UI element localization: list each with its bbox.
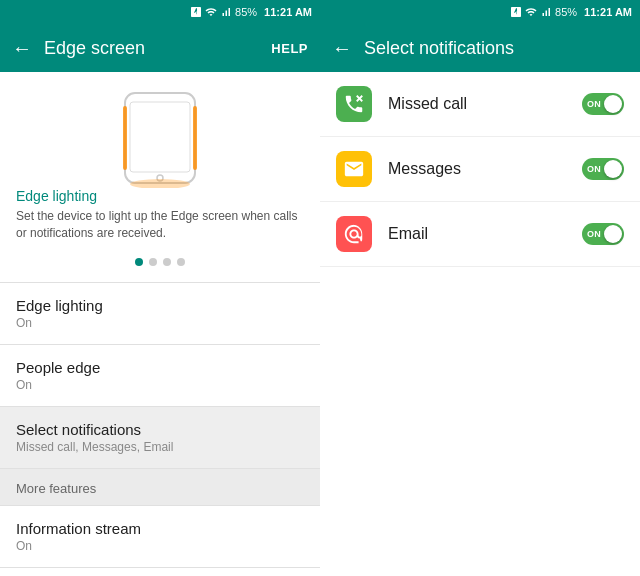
feature-title: Edge lighting [16,188,304,204]
notif-label-messages: Messages [388,160,582,178]
menu-item-edge-lighting-subtitle: On [16,316,304,330]
section-header-more-features: More features [0,469,320,505]
dot-3[interactable] [163,258,171,266]
right-signal-icon [540,6,552,18]
battery-text: 85% [235,6,257,18]
notif-item-email[interactable]: Email ON [320,202,640,267]
toggle-missed-call-label: ON [587,99,601,109]
right-time-text: 11:21 AM [584,6,632,18]
wifi-icon [205,6,217,18]
section-header-label: More features [16,481,96,496]
carousel-text: Edge lighting Set the device to light up… [0,188,320,248]
notif-item-messages[interactable]: Messages ON [320,137,640,202]
menu-item-information-stream[interactable]: Information stream On [0,506,320,567]
time-text: 11:21 AM [264,6,312,18]
dot-4[interactable] [177,258,185,266]
notif-item-missed-call[interactable]: Missed call ON [320,72,640,137]
notif-label-email: Email [388,225,582,243]
missed-call-icon-bg [336,86,372,122]
dot-2[interactable] [149,258,157,266]
right-wifi-icon [525,6,537,18]
menu-item-select-notifications[interactable]: Select notifications Missed call, Messag… [0,407,320,468]
help-button[interactable]: HELP [271,41,308,56]
toggle-messages[interactable]: ON [582,158,624,180]
right-status-icons: 85% 11:21 AM [510,6,632,18]
right-battery-text: 85% [555,6,577,18]
dot-1[interactable] [135,258,143,266]
right-status-bar: 85% 11:21 AM [320,0,640,24]
email-icon [343,223,365,245]
nfc-icon [190,6,202,18]
messages-icon [343,158,365,180]
toggle-messages-label: ON [587,164,601,174]
right-toolbar-title: Select notifications [364,38,628,59]
divider-5 [0,567,320,568]
menu-item-select-notifications-subtitle: Missed call, Messages, Email [16,440,304,454]
right-toolbar: ← Select notifications [320,24,640,72]
phone-illustration [95,88,225,188]
email-icon-bg [336,216,372,252]
back-button[interactable]: ← [12,37,32,60]
menu-item-people-edge-title: People edge [16,359,304,376]
toggle-email[interactable]: ON [582,223,624,245]
feature-desc: Set the device to light up the Edge scre… [16,208,304,242]
menu-item-people-edge-subtitle: On [16,378,304,392]
menu-item-edge-lighting[interactable]: Edge lighting On [0,283,320,344]
svg-rect-0 [125,93,195,183]
missed-call-icon [343,93,365,115]
left-toolbar: ← Edge screen HELP [0,24,320,72]
menu-item-select-notifications-title: Select notifications [16,421,304,438]
status-icons: 85% 11:21 AM [190,6,312,18]
messages-icon-bg [336,151,372,187]
left-status-bar: 85% 11:21 AM [0,0,320,24]
menu-item-information-stream-title: Information stream [16,520,304,537]
right-nfc-icon [510,6,522,18]
menu-item-information-stream-subtitle: On [16,539,304,553]
carousel-section: Edge lighting Set the device to light up… [0,72,320,282]
toolbar-title: Edge screen [44,38,271,59]
svg-point-5 [130,179,190,188]
right-back-button[interactable]: ← [332,37,352,60]
right-panel: 85% 11:21 AM ← Select notifications Miss… [320,0,640,576]
svg-rect-1 [130,102,190,172]
menu-item-people-edge[interactable]: People edge On [0,345,320,406]
toggle-email-label: ON [587,229,601,239]
notif-label-missed-call: Missed call [388,95,582,113]
menu-item-edge-lighting-title: Edge lighting [16,297,304,314]
toggle-missed-call[interactable]: ON [582,93,624,115]
carousel-dots[interactable] [135,258,185,266]
signal-icon [220,6,232,18]
left-panel: 85% 11:21 AM ← Edge screen HELP Edge lig… [0,0,320,576]
